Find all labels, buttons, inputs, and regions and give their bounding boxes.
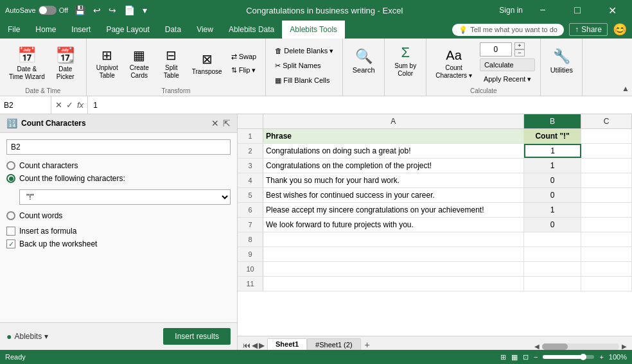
cell-a8[interactable] bbox=[263, 232, 524, 247]
horizontal-scrollbar[interactable] bbox=[542, 343, 619, 350]
cell-c3[interactable] bbox=[581, 159, 632, 173]
scroll-right-icon[interactable]: ▶ bbox=[622, 343, 627, 350]
split-names-button[interactable]: ✂ Split Names bbox=[271, 60, 337, 72]
tab-prev-button[interactable]: ◀ bbox=[252, 341, 258, 350]
count-words-option[interactable]: Count words bbox=[6, 211, 231, 220]
insert-formula-checkbox-item[interactable]: Insert as formula bbox=[6, 227, 231, 236]
insert-results-button[interactable]: Insert results bbox=[163, 328, 231, 345]
cell-a5[interactable]: Best wishes for continued success in you… bbox=[263, 188, 524, 202]
close-button[interactable]: ✕ bbox=[597, 0, 627, 21]
backup-worksheet-checkbox[interactable] bbox=[6, 239, 15, 248]
count-following-radio[interactable] bbox=[6, 174, 15, 183]
sheet-tab-1[interactable]: Sheet1 bbox=[267, 338, 307, 350]
calculate-button[interactable]: Calculate bbox=[480, 58, 535, 71]
cell-b4[interactable]: 0 bbox=[524, 173, 581, 187]
count-characters-button[interactable]: Aa CountCharacters ▾ bbox=[432, 44, 476, 83]
cell-b7[interactable]: 0 bbox=[524, 218, 581, 232]
count-words-radio[interactable] bbox=[6, 211, 15, 220]
panel-close-button[interactable]: ✕ bbox=[211, 118, 219, 128]
fill-blank-cells-button[interactable]: ▦ Fill Blank Cells bbox=[271, 74, 337, 87]
flip-button[interactable]: ⇅ Flip ▾ bbox=[227, 64, 261, 76]
customize-icon[interactable]: ▾ bbox=[140, 4, 150, 17]
backup-worksheet-checkbox-item[interactable]: Back up the worksheet bbox=[6, 239, 231, 248]
sum-by-color-button[interactable]: Σ Sum byColor bbox=[390, 41, 421, 81]
cell-b2[interactable]: 1 bbox=[524, 144, 581, 158]
menu-ablebits-data[interactable]: Ablebits Data bbox=[221, 21, 282, 39]
cell-b3[interactable]: 1 bbox=[524, 159, 581, 173]
cell-a4[interactable]: Thank you so much for your hard work. bbox=[263, 173, 524, 187]
autosave-toggle[interactable]: AutoSave Off bbox=[5, 6, 68, 15]
save-icon[interactable]: 💾 bbox=[72, 4, 88, 17]
zoom-minus[interactable]: − bbox=[534, 353, 538, 361]
menu-file[interactable]: File bbox=[0, 21, 28, 39]
fx-button[interactable]: fx bbox=[77, 100, 83, 110]
cell-a3[interactable]: Congratulations on the completion of the… bbox=[263, 159, 524, 173]
user-emoji[interactable]: 😊 bbox=[613, 22, 627, 37]
cell-b10[interactable] bbox=[524, 262, 581, 276]
cell-b8[interactable] bbox=[524, 232, 581, 247]
cell-b5[interactable]: 0 bbox=[524, 188, 581, 202]
tab-next-button[interactable]: ▶ bbox=[259, 341, 265, 350]
zoom-knob[interactable] bbox=[580, 354, 586, 360]
count-chars-option[interactable]: Count characters bbox=[6, 161, 231, 170]
date-picker-button[interactable]: 📆 DatePicker bbox=[50, 41, 81, 86]
autosave-pill[interactable] bbox=[39, 6, 57, 15]
date-time-wizard-button[interactable]: 📅 Date &Time Wizard bbox=[5, 41, 49, 86]
cell-b6[interactable]: 1 bbox=[524, 203, 581, 217]
create-cards-button[interactable]: ▦ CreateCards bbox=[124, 41, 155, 86]
cell-a9[interactable] bbox=[263, 247, 524, 261]
name-box[interactable]: B2 bbox=[0, 96, 51, 114]
sheet-tab-2[interactable]: #Sheet1 (2) bbox=[307, 338, 360, 350]
col-header-b[interactable]: B bbox=[524, 114, 581, 128]
cell-a2[interactable]: Congratulations on doing such a great jo… bbox=[263, 144, 524, 158]
menu-home[interactable]: Home bbox=[28, 21, 64, 39]
new-doc-icon[interactable]: 📄 bbox=[121, 4, 137, 17]
insert-formula-checkbox[interactable] bbox=[6, 227, 15, 236]
cell-c4[interactable] bbox=[581, 173, 632, 187]
cell-a10[interactable] bbox=[263, 262, 524, 276]
search-button[interactable]: 🔍 Search bbox=[348, 41, 379, 81]
redo-icon[interactable]: ↪ bbox=[106, 4, 119, 17]
signin-button[interactable]: Sign in bbox=[499, 6, 523, 15]
ablebits-dropdown-icon[interactable]: ▾ bbox=[44, 332, 48, 341]
unpivot-table-button[interactable]: ⊞ UnpivotTable bbox=[92, 41, 123, 86]
panel-expand-button[interactable]: ⇱ bbox=[223, 118, 231, 128]
tab-first-button[interactable]: ⏮ bbox=[243, 341, 250, 350]
count-header[interactable]: Count "!" bbox=[524, 129, 581, 143]
cell-a11[interactable] bbox=[263, 277, 524, 291]
decrement-button[interactable]: − bbox=[514, 49, 525, 56]
zoom-slider[interactable] bbox=[543, 355, 594, 359]
count-following-option[interactable]: Count the following characters: bbox=[6, 174, 231, 183]
phrase-header[interactable]: Phrase bbox=[263, 129, 524, 143]
col-header-c[interactable]: C bbox=[581, 114, 632, 128]
cancel-formula-button[interactable]: ✕ bbox=[55, 100, 62, 110]
cell-c11[interactable] bbox=[581, 277, 632, 291]
utilities-button[interactable]: 🔧 Utilities bbox=[546, 41, 577, 81]
cell-b9[interactable] bbox=[524, 247, 581, 261]
menu-page-layout[interactable]: Page Layout bbox=[98, 21, 157, 39]
split-table-button[interactable]: ⊟ SplitTable bbox=[156, 41, 187, 86]
menu-view[interactable]: View bbox=[189, 21, 221, 39]
swap-button[interactable]: ⇄ Swap bbox=[227, 51, 261, 63]
add-sheet-button[interactable]: + bbox=[361, 340, 374, 350]
cell-a6[interactable]: Please accept my sincere congratulations… bbox=[263, 203, 524, 217]
tell-me-box[interactable]: 💡 Tell me what you want to do bbox=[452, 24, 564, 36]
cell-b11[interactable] bbox=[524, 277, 581, 291]
cell-c5[interactable] bbox=[581, 188, 632, 202]
menu-data[interactable]: Data bbox=[157, 21, 189, 39]
transpose-button[interactable]: ⊠ Transpose bbox=[188, 41, 226, 86]
delete-blanks-button[interactable]: 🗑 Delete Blanks ▾ bbox=[271, 45, 337, 57]
apply-recent-button[interactable]: Apply Recent ▾ bbox=[480, 73, 535, 85]
minimize-button[interactable]: − bbox=[528, 0, 557, 21]
confirm-formula-button[interactable]: ✓ bbox=[66, 100, 73, 110]
menu-ablebits-tools[interactable]: Ablebits Tools bbox=[282, 21, 345, 39]
zoom-plus[interactable]: + bbox=[599, 353, 603, 361]
cell-reference-input[interactable] bbox=[6, 139, 231, 155]
ribbon-collapse-button[interactable]: ▲ bbox=[622, 84, 629, 93]
undo-icon[interactable]: ↩ bbox=[91, 4, 103, 17]
cell-c7[interactable] bbox=[581, 218, 632, 232]
cell-a7[interactable]: We look forward to future projects with … bbox=[263, 218, 524, 232]
calc-number-input[interactable] bbox=[480, 42, 512, 56]
cell-c10[interactable] bbox=[581, 262, 632, 276]
cell-c2[interactable] bbox=[581, 144, 632, 158]
